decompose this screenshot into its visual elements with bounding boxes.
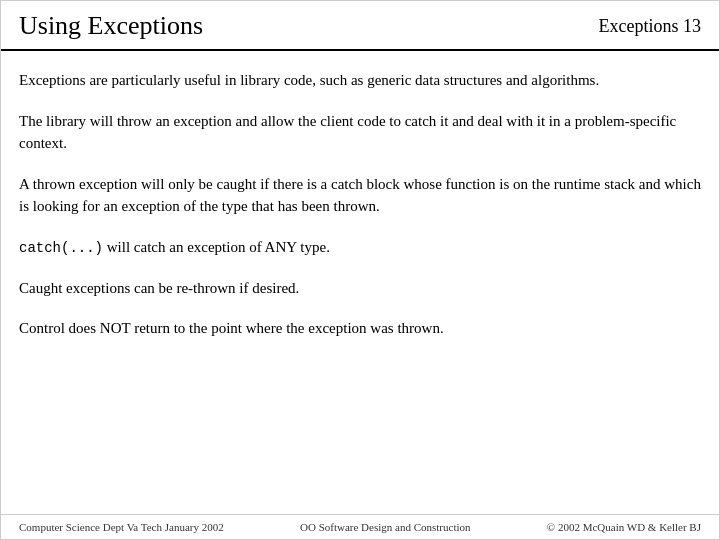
paragraph-3: A thrown exception will only be caught i… <box>19 173 701 218</box>
catch-code: catch(...) <box>19 240 103 256</box>
footer-center: OO Software Design and Construction <box>300 521 470 533</box>
paragraph-1: Exceptions are particularly useful in li… <box>19 69 701 92</box>
footer-right: © 2002 McQuain WD & Keller BJ <box>547 521 701 533</box>
slide-title: Using Exceptions <box>19 11 203 41</box>
paragraph-6: Control does NOT return to the point whe… <box>19 317 701 340</box>
slide-footer: Computer Science Dept Va Tech January 20… <box>1 514 719 539</box>
slide-ref: Exceptions 13 <box>599 16 701 37</box>
paragraph-4-suffix: will catch an exception of ANY type. <box>103 239 330 255</box>
footer-left: Computer Science Dept Va Tech January 20… <box>19 521 224 533</box>
slide-container: Using Exceptions Exceptions 13 Exception… <box>0 0 720 540</box>
paragraph-4: catch(...) will catch an exception of AN… <box>19 236 701 259</box>
paragraph-2: The library will throw an exception and … <box>19 110 701 155</box>
slide-content: Exceptions are particularly useful in li… <box>1 51 719 514</box>
paragraph-5: Caught exceptions can be re-thrown if de… <box>19 277 701 300</box>
slide-header: Using Exceptions Exceptions 13 <box>1 1 719 51</box>
